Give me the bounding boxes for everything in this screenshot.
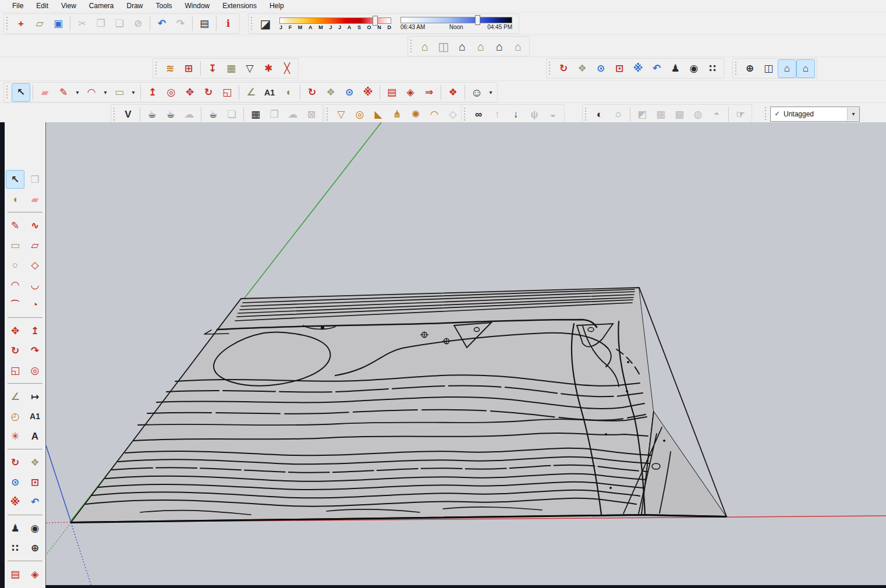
sidebar-extension-gem-button[interactable]: ◈ bbox=[26, 565, 44, 583]
cut-button[interactable]: ✂ bbox=[73, 15, 91, 33]
sidebar-freehand-button[interactable]: ∿ bbox=[26, 216, 44, 235]
shadow-date-slider[interactable]: JF MA MJ JA SO ND bbox=[279, 17, 391, 30]
top-view-button[interactable]: ◫ bbox=[434, 37, 453, 56]
sidebar-line-button[interactable]: ✎ bbox=[6, 216, 24, 235]
arc-tool-dropdown[interactable]: ▾ bbox=[101, 83, 110, 102]
date-slider-thumb[interactable] bbox=[373, 16, 378, 26]
sidebar-polygon-button[interactable]: ◇ bbox=[26, 256, 44, 274]
sidebar-select-button[interactable]: ↖ bbox=[6, 170, 24, 189]
arc-tool-button[interactable]: ◠ bbox=[82, 83, 101, 102]
split-material-button[interactable]: ◩ bbox=[633, 105, 651, 124]
sidebar-scale-button[interactable]: ◱ bbox=[6, 361, 24, 380]
tag-select[interactable]: ✓ Untagged ▾ bbox=[770, 107, 860, 122]
select-tool-button[interactable]: ↖ bbox=[12, 83, 30, 102]
menu-extensions[interactable]: Extensions bbox=[216, 1, 263, 11]
sidebar-zoom-button[interactable]: ⊙ bbox=[6, 473, 24, 491]
sidebar-rectangle-button[interactable]: ▭ bbox=[6, 236, 24, 254]
front-view-button[interactable]: ⌂ bbox=[453, 37, 472, 56]
text-tool-button[interactable]: A1 bbox=[260, 83, 279, 102]
line-tool-button[interactable]: ✎ bbox=[54, 83, 73, 102]
save-button[interactable]: ▣ bbox=[49, 15, 68, 33]
print-button[interactable]: ▤ bbox=[195, 15, 214, 33]
tag-dropdown-button[interactable]: ▾ bbox=[847, 108, 859, 121]
toolbar-grip[interactable] bbox=[327, 108, 329, 122]
copy-button[interactable]: ❐ bbox=[91, 15, 110, 33]
flip-edge-button[interactable]: ╳ bbox=[278, 59, 296, 78]
cloud-batch-button[interactable]: ☁ bbox=[283, 105, 302, 124]
account-button[interactable]: ☺ bbox=[467, 83, 486, 102]
sidebar-circle-button[interactable]: ○ bbox=[6, 256, 24, 274]
smoove-button[interactable]: ↧ bbox=[203, 59, 222, 78]
toolbar-grip[interactable] bbox=[765, 107, 768, 121]
iso-view-button[interactable]: ⌂ bbox=[416, 37, 434, 56]
move-button[interactable]: ✥ bbox=[180, 83, 199, 102]
sidebar-zoom-window-button[interactable]: ⊡ bbox=[26, 473, 44, 491]
back-view-button[interactable]: ⌂ bbox=[490, 37, 509, 56]
select-region-button[interactable]: ◌ bbox=[609, 105, 628, 124]
zoom-extents-button[interactable]: ※ bbox=[629, 59, 647, 78]
sidebar-move-button[interactable]: ✥ bbox=[6, 321, 24, 340]
toolbar-grip[interactable] bbox=[6, 17, 9, 31]
look-around-button[interactable]: ◉ bbox=[685, 59, 703, 78]
new-file-button[interactable]: + bbox=[12, 15, 30, 33]
toolbar-grip[interactable] bbox=[155, 62, 158, 76]
display-section-planes-button[interactable]: ◫ bbox=[759, 59, 778, 78]
rectangle-tool-button[interactable]: ▭ bbox=[110, 83, 129, 102]
chaos-cloud-button[interactable]: ☁ bbox=[180, 105, 199, 124]
from-contours-button[interactable]: ≋ bbox=[161, 59, 179, 78]
batch-render-button[interactable]: ❐ bbox=[265, 105, 283, 124]
sidebar-text-button[interactable]: A1 bbox=[26, 407, 44, 426]
asset-editor-button[interactable]: ☕ bbox=[143, 105, 161, 124]
push-pull-button[interactable]: ↥ bbox=[143, 83, 162, 102]
extension-gem-button[interactable]: ◈ bbox=[401, 83, 420, 102]
toolbar-grip[interactable] bbox=[464, 108, 467, 122]
render-button[interactable]: ☕ bbox=[204, 105, 222, 124]
spot-light-button[interactable]: ◣ bbox=[369, 105, 388, 124]
menu-file[interactable]: File bbox=[6, 1, 30, 11]
fur-button[interactable]: ψ bbox=[525, 105, 544, 124]
menu-edit[interactable]: Edit bbox=[30, 1, 55, 11]
shadow-time-slider[interactable]: 06:43 AM Noon 04:45 PM bbox=[401, 17, 512, 30]
drawing-canvas[interactable] bbox=[45, 122, 886, 586]
shadows-toggle-button[interactable]: ◪ bbox=[256, 15, 275, 33]
from-scratch-button[interactable]: ⊞ bbox=[179, 59, 198, 78]
sidebar-extension-export-button[interactable]: ⇒ bbox=[6, 585, 24, 588]
send-to-layout-button[interactable]: ▤ bbox=[382, 83, 401, 102]
sidebar-arc-button[interactable]: ◡ bbox=[26, 275, 44, 294]
export-proxy-button[interactable]: ↑ bbox=[488, 105, 506, 124]
checker-sphere-b-button[interactable]: ◓ bbox=[707, 105, 726, 124]
vray-logo-button[interactable]: V bbox=[119, 105, 137, 124]
tape-measure-button[interactable]: ∠ bbox=[242, 83, 260, 102]
erase-button[interactable]: ⊘ bbox=[129, 15, 147, 33]
section-plane-button[interactable]: ⊕ bbox=[740, 59, 759, 78]
sidebar-orbit-button[interactable]: ↻ bbox=[6, 453, 24, 472]
zoom-window-button[interactable]: ⊡ bbox=[610, 59, 629, 78]
model-info-button[interactable]: ℹ bbox=[219, 15, 238, 33]
checker-cube-b-button[interactable]: ▩ bbox=[670, 105, 689, 124]
checker-cube-a-button[interactable]: ▦ bbox=[651, 105, 670, 124]
dome-light-button[interactable]: ◠ bbox=[425, 105, 444, 124]
sidebar-extension-settings-button[interactable]: ❖ bbox=[26, 585, 44, 588]
sidebar-two-point-arc-button[interactable]: ◠ bbox=[6, 275, 24, 294]
toolbar-grip[interactable] bbox=[410, 40, 413, 54]
menu-view[interactable]: View bbox=[55, 1, 83, 11]
extension-settings-button[interactable]: ❖ bbox=[444, 83, 462, 102]
interactive-render-button[interactable]: ☕ bbox=[161, 105, 180, 124]
toolbar-grip[interactable] bbox=[585, 108, 588, 122]
sidebar-make-component-button[interactable]: ❒ bbox=[26, 170, 44, 189]
toolbar-grip[interactable] bbox=[549, 62, 552, 76]
scale-button[interactable]: ◱ bbox=[218, 83, 236, 102]
toolbar-grip[interactable] bbox=[251, 17, 254, 31]
pan-button-2[interactable]: ❖ bbox=[321, 83, 340, 102]
sidebar-pie-button[interactable]: ◔ bbox=[26, 295, 44, 314]
undo-button[interactable]: ↶ bbox=[153, 15, 171, 33]
zoom-button[interactable]: ⊙ bbox=[591, 59, 610, 78]
walk-button[interactable]: ∷ bbox=[703, 59, 722, 78]
sidebar-dimension-button[interactable]: ↦ bbox=[26, 387, 44, 406]
pick-object-button[interactable]: ☞ bbox=[731, 105, 750, 124]
checker-sphere-a-button[interactable]: ◍ bbox=[689, 105, 707, 124]
ies-light-button[interactable]: ⋔ bbox=[388, 105, 406, 124]
time-slider-bar[interactable] bbox=[401, 17, 512, 23]
drape-button[interactable]: ▽ bbox=[240, 59, 259, 78]
lock-scene-button[interactable]: ⊠ bbox=[302, 105, 321, 124]
